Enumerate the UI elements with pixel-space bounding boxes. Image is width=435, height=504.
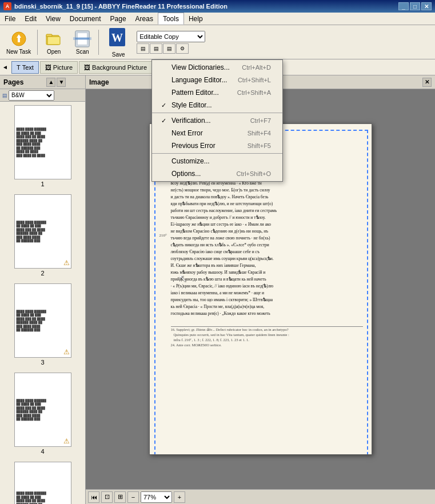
dropdown-style-editor[interactable]: ✓ Style Editor... [152,99,282,111]
dropdown-next-error[interactable]: Next Error Shift+F4 [152,127,282,139]
save-area: W Save [101,25,135,59]
dropdown-customize[interactable]: Customize... [152,155,282,167]
format-select[interactable]: Editable Copy [137,31,205,42]
style-label: Style Editor... [171,101,265,109]
page-thumb-text-5: ████ ████ ████████ ████ ██ ███████ ███ █… [15,490,71,504]
main-toolbar: New Task Open Scan [0,25,435,59]
page-thumbnail-5: ████ ████ ████████ ████ ██ ███████ ███ █… [14,462,71,504]
dict-label: View Dictionaries... [171,63,236,71]
background-picture-button[interactable]: 🖼 Background Picture [79,61,152,74]
go-to-start-button[interactable]: ⏮ [88,491,99,503]
pages-header: Pages ▲ ▼ [0,75,85,89]
verify-label: Verification... [171,117,245,125]
page-item-1[interactable]: ████ ████ ████████ ████ ██ ███████ ███ █… [2,104,83,189]
menu-page[interactable]: Page [106,13,131,25]
image-toolbar: ⏮ ⊡ ⊞ − 77% 50% 75% 100% 150% + [86,489,435,504]
picture-label: Picture [53,64,73,71]
view-mode-icon: ▤ [2,93,7,98]
view-mode-select[interactable]: B&W Color Grayscale [9,90,54,101]
page-item-5[interactable]: ████ ████ ████████ ████ ██ ███████ ███ █… [2,461,83,504]
text-mode-icon: T [17,64,21,71]
page-thumbnail-2: ████ ████ ████████ ████ ██ ███████ ███ █… [14,194,71,269]
page-thumb-text-3: ████ ████ ████████ ████ ██ ███████ ███ █… [15,308,71,334]
dropdown-options[interactable]: Options... Ctrl+Shift+O [152,167,282,180]
pages-next-button[interactable]: ▼ [57,78,66,87]
menu-file[interactable]: File [0,13,20,25]
page-thumb-text-2: ████ ████ ████████ ████ ██ ███████ ███ █… [15,219,71,245]
menu-help[interactable]: Help [184,13,207,25]
menu-bar: File Edit View Document Page Areas Tools… [0,13,435,25]
close-button[interactable]: ✕ [421,2,432,10]
footnotes: 16. Supplevi; gr. Πάσαι ἀδν... Defect ru… [171,326,363,347]
page-thumb-text-1: ████ ████ ████████ ████ ██ ███████ ███ █… [15,126,71,159]
minimize-button[interactable]: _ [398,2,409,10]
menu-tools[interactable]: Tools [158,13,184,25]
dropdown-view-dictionaries[interactable]: View Dictionaries... Ctrl+Alt+D [152,61,282,74]
svg-rect-5 [47,37,60,45]
format-icons: ▤ ▤ ▤ ⚙ [137,43,205,54]
pages-list: ████ ████ ████████ ████ ██ ███████ ███ █… [0,102,85,504]
format-icon-3[interactable]: ▤ [163,43,175,54]
text-mode-button[interactable]: T Text [11,61,39,74]
dropdown-language-editor[interactable]: Language Editor... Ctrl+Shift+L [152,74,282,86]
options-label: Options... [171,170,230,178]
picture-icon: 🖼 [45,64,51,71]
customize-label: Customize... [171,157,265,165]
page-number-2: 2 [41,270,44,277]
pages-panel: Pages ▲ ▼ ▤ B&W Color Grayscale ████ ███… [0,75,86,504]
toolbar-separator-1 [37,30,38,55]
zoom-in-button[interactable]: + [174,491,185,503]
save-label: Save [112,51,125,58]
format-icon-2[interactable]: ▤ [150,43,162,54]
new-task-icon [10,30,28,48]
open-icon [45,30,63,48]
save-icon-area: W [108,27,129,51]
page-item-2[interactable]: ████ ████ ████████ ████ ██ ███████ ███ █… [2,193,83,278]
prev-error-shortcut: Shift+F5 [248,142,271,149]
pages-prev-button[interactable]: ▲ [46,78,55,87]
page-thumbnail-1: ████ ████ ████████ ████ ██ ███████ ███ █… [14,105,71,179]
open-button[interactable]: Open [40,27,67,57]
zoom-select[interactable]: 77% 50% 75% 100% 150% [141,491,172,503]
new-task-button[interactable]: New Task [2,27,35,57]
image-header-btn[interactable]: ✕ [422,78,432,87]
dropdown-separator-2 [152,153,282,154]
dict-shortcut: Ctrl+Alt+D [242,64,271,71]
page-thumbnail-4: ████ ████ ████████ ████ ██ ███████ ███ █… [14,373,71,447]
page-item-4[interactable]: ████ ████ ████████ ████ ██ ███████ ███ █… [2,371,83,456]
page-item-3[interactable]: ████ ████ ████████ ████ ██ ███████ ███ █… [2,282,83,367]
scan-button[interactable]: Scan [69,27,96,57]
dropdown-prev-error[interactable]: Previous Error Shift+F5 [152,139,282,152]
svg-rect-9 [73,37,91,40]
dropdown-verification[interactable]: ✓ Verification... Ctrl+F7 [152,114,282,127]
image-title: Image [89,78,109,86]
pages-title: Pages [3,78,23,86]
page-thumb-text-4: ████ ████ ████████ ████ ██ ███████ ███ █… [15,397,71,423]
dropdown-pattern-editor[interactable]: Pattern Editor... Ctrl+Shift+A [152,86,282,99]
svg-text:W: W [111,31,123,44]
window-title: bdinski_sbornik_11_9 [15] - ABBYY FineRe… [14,3,228,10]
prev-error-label: Previous Error [171,142,242,150]
fit-page-button[interactable]: ⊡ [101,491,113,503]
picture-mode-button[interactable]: 🖼 Picture [40,61,78,74]
pattern-shortcut: Ctrl+Shift+A [237,89,271,96]
zoom-out-button[interactable]: − [127,491,139,503]
menu-edit[interactable]: Edit [20,13,41,25]
maximize-button[interactable]: □ [410,2,420,10]
menu-view[interactable]: View [41,13,65,25]
menu-areas[interactable]: Areas [131,13,158,25]
open-label: Open [47,49,61,55]
warning-icon-2: ⚠ [63,259,70,267]
lang-shortcut: Ctrl+Shift+L [238,77,271,83]
fit-width-button[interactable]: ⊞ [114,491,126,503]
view-mode-bar: ▤ B&W Color Grayscale [0,89,85,102]
format-icon-4[interactable]: ⚙ [176,43,189,54]
menu-document[interactable]: Document [65,13,106,25]
background-picture-icon: 🖼 [84,64,90,71]
pages-nav: ▲ ▼ [46,78,66,87]
style-icon: ✓ [159,102,168,109]
format-icon-1[interactable]: ▤ [137,43,149,54]
warning-icon-3: ⚠ [63,348,70,356]
warning-icon-4: ⚠ [63,437,70,445]
text-mode-label: Text [22,64,34,71]
